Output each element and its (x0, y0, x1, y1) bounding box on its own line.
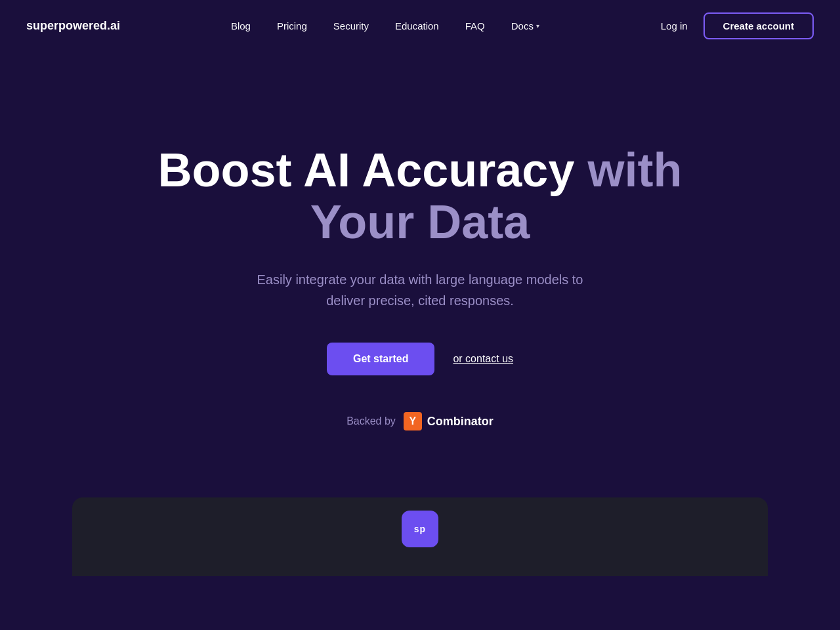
nav-links: Blog Pricing Security Education FAQ Docs… (220, 15, 550, 37)
get-started-button[interactable]: Get started (327, 343, 434, 375)
nav-pricing[interactable]: Pricing (266, 15, 318, 37)
contact-link[interactable]: or contact us (453, 353, 513, 365)
nav-logo[interactable]: superpowered.ai (26, 19, 120, 33)
navbar: superpowered.ai Blog Pricing Security Ed… (0, 0, 840, 51)
nav-security[interactable]: Security (323, 15, 379, 37)
hero-subtitle: Easily integrate your data with large la… (256, 269, 584, 311)
backed-by-label: Backed by (346, 415, 396, 427)
nav-education[interactable]: Education (385, 15, 450, 37)
yc-logo: Y (404, 412, 422, 430)
nav-blog[interactable]: Blog (220, 15, 261, 37)
nav-docs[interactable]: Docs ▾ (501, 15, 550, 37)
nav-actions: Log in Create account (650, 12, 814, 39)
yc-name: Combinator (427, 415, 494, 429)
nav-faq[interactable]: FAQ (455, 15, 495, 37)
login-link[interactable]: Log in (650, 15, 698, 37)
yc-badge: Y Combinator (404, 412, 494, 430)
sp-logo-badge: sp (402, 511, 438, 547)
hero-title-part1: Boost AI Accuracy (158, 144, 575, 196)
chevron-down-icon: ▾ (536, 22, 539, 30)
bottom-section: sp (72, 497, 768, 576)
hero-title: Boost AI Accuracy with Your Data (125, 144, 715, 248)
backed-by-section: Backed by Y Combinator (346, 412, 494, 430)
hero-buttons: Get started or contact us (327, 343, 513, 375)
create-account-button[interactable]: Create account (704, 12, 814, 39)
hero-section: Boost AI Accuracy with Your Data Easily … (0, 51, 840, 497)
